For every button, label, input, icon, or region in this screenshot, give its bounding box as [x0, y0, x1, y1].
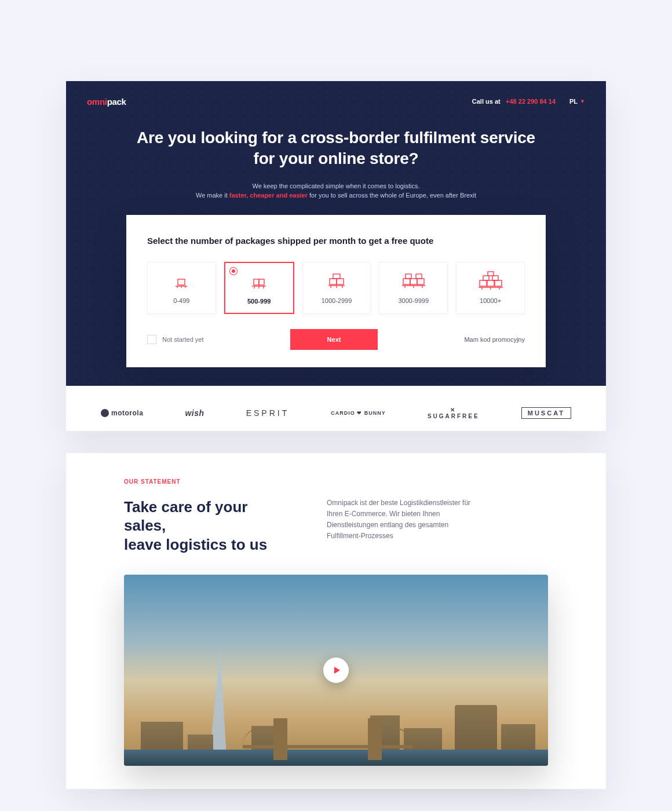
- sugarfree-label: SUGARFREE: [428, 413, 480, 419]
- call-us-label: Call us at: [472, 98, 501, 105]
- logo-suffix: pack: [107, 97, 126, 107]
- svg-rect-13: [337, 279, 344, 284]
- svg-rect-18: [406, 274, 411, 279]
- svg-rect-11: [333, 274, 340, 279]
- option-label: 10000+: [461, 297, 520, 304]
- motorola-label: motorola: [111, 409, 143, 417]
- option-0-499[interactable]: 0-499: [147, 262, 216, 314]
- sugarfree-icon: ✕: [428, 407, 480, 413]
- svg-rect-12: [330, 279, 337, 284]
- svg-rect-0: [178, 279, 185, 285]
- svg-rect-28: [483, 276, 489, 280]
- svg-rect-22: [417, 279, 424, 284]
- hero-card: omnipack Call us at +48 22 290 84 14 PL …: [66, 81, 606, 431]
- not-started-label: Not started yet: [162, 336, 204, 343]
- svg-rect-19: [416, 274, 422, 279]
- logo-wish: wish: [185, 408, 204, 418]
- pallet-icon: [230, 272, 288, 292]
- option-label: 3000-9999: [384, 297, 443, 304]
- svg-rect-31: [487, 280, 494, 286]
- sub2-highlight: faster, cheaper and easier: [229, 192, 308, 199]
- video-thumbnail[interactable]: [124, 575, 548, 766]
- sub2-pre: We make it: [196, 192, 229, 199]
- phone-number[interactable]: +48 22 290 84 14: [506, 98, 556, 105]
- logo-muscat: MUSCAT: [521, 407, 571, 419]
- sub2-post: for you to sell across the whole of Euro…: [308, 192, 476, 199]
- play-button[interactable]: [323, 657, 349, 683]
- statement-body: Omnipack ist der beste Logistikdienstlei…: [327, 498, 477, 542]
- logo-esprit: ESPRIT: [246, 408, 290, 418]
- option-500-999[interactable]: 500-999: [224, 262, 294, 314]
- option-label: 0-499: [152, 297, 211, 304]
- motorola-icon: [101, 409, 109, 417]
- svg-rect-6: [259, 279, 264, 285]
- chevron-down-icon: ▼: [580, 98, 585, 104]
- statement-heading: Take care of your sales, leave logistics…: [124, 498, 286, 554]
- pallet-icon: [308, 272, 366, 291]
- svg-rect-20: [403, 279, 410, 284]
- topbar: omnipack Call us at +48 22 290 84 14 PL …: [87, 92, 585, 111]
- option-1000-2999[interactable]: 1000-2999: [302, 262, 371, 314]
- next-button[interactable]: Next: [290, 329, 378, 350]
- quote-card: Select the number of packages shipped pe…: [126, 215, 546, 367]
- logo-prefix: omni: [87, 97, 107, 107]
- logo-sugarfree: ✕ SUGARFREE: [428, 407, 480, 419]
- logo-cardio-bunny: CARDIO ❤ BUNNY: [331, 410, 386, 416]
- not-started-checkbox[interactable]: Not started yet: [147, 335, 204, 344]
- option-label: 1000-2999: [308, 297, 366, 304]
- tower-bridge-icon: [243, 725, 412, 760]
- hero-subline-1: We keep the complicated simple when it c…: [87, 182, 585, 189]
- headline-line2: for your online store?: [254, 149, 419, 167]
- client-logos-row: motorola wish ESPRIT CARDIO ❤ BUNNY ✕ SU…: [66, 386, 606, 431]
- language-selector[interactable]: PL ▼: [569, 98, 585, 105]
- call-us-block: Call us at +48 22 290 84 14: [472, 97, 556, 105]
- pallet-icon: [152, 272, 211, 291]
- logo-motorola: motorola: [101, 409, 143, 417]
- svg-rect-5: [254, 279, 259, 285]
- stmt-heading-l1: Take care of your sales,: [124, 498, 247, 535]
- svg-rect-32: [495, 280, 502, 286]
- stmt-heading-l2: leave logistics to us: [124, 536, 267, 553]
- pallet-icon: [461, 272, 520, 291]
- pallet-icon: [384, 272, 443, 291]
- hero-headline: Are you looking for a cross-border fulfi…: [87, 127, 585, 170]
- checkbox-icon: [147, 335, 156, 344]
- language-code: PL: [569, 98, 578, 105]
- quote-title: Select the number of packages shipped pe…: [147, 236, 525, 246]
- promo-code-link[interactable]: Mam kod promocyjny: [464, 336, 525, 343]
- statement-eyebrow: OUR STATEMENT: [124, 478, 548, 485]
- headline-line1: Are you looking for a cross-border fulfi…: [137, 129, 535, 147]
- option-3000-9999[interactable]: 3000-9999: [379, 262, 448, 314]
- statement-section: OUR STATEMENT Take care of your sales, l…: [66, 453, 606, 790]
- svg-rect-21: [410, 279, 417, 284]
- hero-section: omnipack Call us at +48 22 290 84 14 PL …: [66, 81, 606, 386]
- option-10000-plus[interactable]: 10000+: [456, 262, 525, 314]
- option-label: 500-999: [230, 298, 288, 305]
- svg-rect-29: [492, 276, 498, 280]
- svg-rect-27: [488, 272, 494, 276]
- package-options: 0-499 500-999: [147, 262, 525, 314]
- svg-rect-30: [480, 280, 487, 286]
- hero-subline-2: We make it faster, cheaper and easier fo…: [87, 192, 585, 199]
- logo[interactable]: omnipack: [87, 97, 126, 107]
